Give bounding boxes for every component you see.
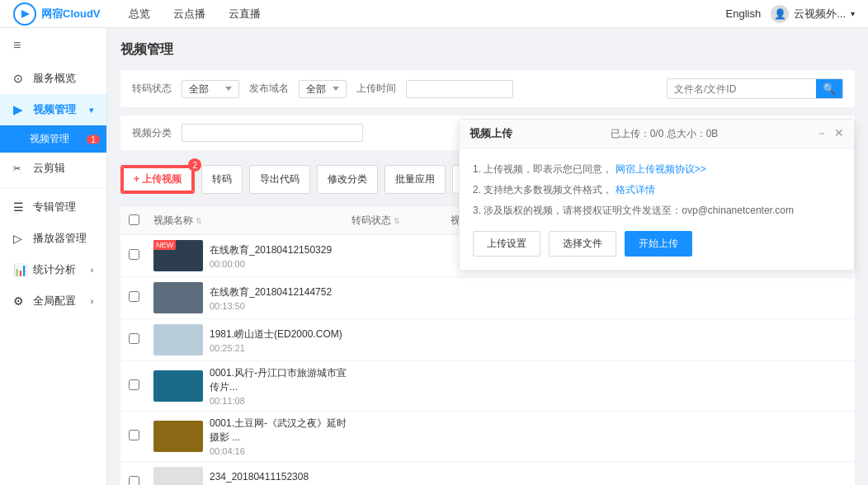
row-checkbox-1[interactable] xyxy=(129,291,139,302)
category-label: 视频分类 xyxy=(132,126,172,140)
sort-icon-status: ⇅ xyxy=(394,217,400,225)
brand-name: 网宿CloudV xyxy=(41,7,101,21)
select-all-checkbox[interactable] xyxy=(129,214,139,225)
video-title-5: 234_20180411152308 xyxy=(210,471,309,483)
start-upload-button[interactable]: 开始上传 xyxy=(625,231,692,257)
sidebar-sub-label: 视频管理 xyxy=(30,133,69,144)
language-selector[interactable]: English xyxy=(726,7,762,20)
chevron-icon-stats: › xyxy=(91,266,93,275)
sidebar-item-global-config[interactable]: ⚙ 全局配置 › xyxy=(0,285,106,317)
sidebar-item-player[interactable]: ▷ 播放器管理 xyxy=(0,223,106,254)
page-title: 视频管理 xyxy=(120,41,855,59)
sidebar-subitem-video-manage[interactable]: 视频管理 1 xyxy=(0,125,106,153)
config-icon: ⚙ xyxy=(13,294,26,308)
video-manage-icon: ▶ xyxy=(13,103,26,116)
sidebar-label-player: 播放器管理 xyxy=(33,231,87,246)
nav-overview[interactable]: 总览 xyxy=(125,7,153,21)
top-nav-right: English 👤 云视频外... ▾ xyxy=(726,5,855,23)
chevron-down-icon: ▾ xyxy=(851,9,855,18)
upload-panel-header: 视频上传 已上传：0/0 总大小：0B － ✕ xyxy=(460,120,854,148)
row-check-2 xyxy=(129,333,153,346)
nav-vod[interactable]: 云点播 xyxy=(170,7,209,21)
username: 云视频外... xyxy=(794,7,846,21)
video-title-3: 0001.风行-丹江口市旅游城市宣传片... xyxy=(210,366,351,394)
upload-panel-controls: － ✕ xyxy=(816,126,844,141)
content-area: 视频管理 转码状态 全部 转码中 已完成 失败 发布域名 全部 上传时间 🔍 视… xyxy=(107,28,868,485)
time-input[interactable] xyxy=(406,80,513,98)
batch-apply-button[interactable]: 批量应用 xyxy=(384,165,446,194)
user-info[interactable]: 👤 云视频外... ▾ xyxy=(771,5,855,23)
row-checkbox-3[interactable] xyxy=(129,379,139,390)
search-button[interactable]: 🔍 xyxy=(816,79,842,98)
row-name-0: NEW 在线教育_20180412150329 00:00:00 xyxy=(153,240,351,271)
table-row: 234_20180411152308 00:00:56 xyxy=(120,462,855,485)
player-icon: ▷ xyxy=(13,232,26,245)
row-checkbox-2[interactable] xyxy=(129,333,139,344)
notice-2-link[interactable]: 格式详情 xyxy=(616,184,655,195)
row-checkbox-5[interactable] xyxy=(129,476,139,485)
notice-1-link[interactable]: 网宿上传视频协议>> xyxy=(616,163,706,175)
nav-live[interactable]: 云直播 xyxy=(225,7,264,21)
nav-links: 总览 云点播 云直播 xyxy=(125,7,264,21)
close-panel-button[interactable]: ✕ xyxy=(834,126,844,141)
video-title-1: 在线教育_20180412144752 xyxy=(210,285,332,299)
search-box: 🔍 xyxy=(667,78,843,99)
notice-1: 1. 上传视频，即表示您已同意， 网宿上传视频协议>> xyxy=(473,162,841,177)
hamburger-icon[interactable]: ≡ xyxy=(0,28,106,63)
step-badge-2: 2 xyxy=(188,158,201,172)
sidebar-label-video: 视频管理 xyxy=(33,102,76,117)
row-check-1 xyxy=(129,291,153,304)
top-nav: 网宿CloudV 总览 云点播 云直播 English 👤 云视频外... ▾ xyxy=(0,0,868,28)
header-check xyxy=(129,214,153,228)
upload-notices: 1. 上传视频，即表示您已同意， 网宿上传视频协议>> 2. 支持绝大多数视频文… xyxy=(473,162,841,219)
publish-label: 发布域名 xyxy=(249,82,289,96)
row-name-2: 1981.崂山道士(ED2000.COM) 00:25:21 xyxy=(153,324,351,356)
row-checkbox-0[interactable] xyxy=(129,249,139,260)
table-row: 在线教育_20180412144752 00:13:50 xyxy=(120,277,855,319)
chevron-icon-config: › xyxy=(91,297,93,306)
minimize-button[interactable]: － xyxy=(816,126,828,141)
video-thumb-0: NEW xyxy=(153,240,203,271)
video-thumb-3 xyxy=(153,370,203,402)
edit-category-button[interactable]: 修改分类 xyxy=(317,165,378,194)
header-video-name[interactable]: 视频名称 ⇅ xyxy=(153,214,351,228)
row-checkbox-4[interactable] xyxy=(129,430,139,440)
video-thumb-4 xyxy=(153,421,203,452)
sidebar-item-cloud-edit[interactable]: ✂ 云剪辑 xyxy=(0,153,106,184)
logo-area: 网宿CloudV xyxy=(13,2,101,26)
logo-icon xyxy=(13,2,36,26)
export-code-button[interactable]: 导出代码 xyxy=(249,165,310,194)
row-check-3 xyxy=(129,379,153,393)
video-info-3: 0001.风行-丹江口市旅游城市宣传片... 00:11:08 xyxy=(210,366,351,406)
header-encode-status[interactable]: 转码状态 ⇅ xyxy=(351,214,451,228)
upload-panel: 视频上传 已上传：0/0 总大小：0B － ✕ 1. 上传视频，即表示您已同意，… xyxy=(459,119,855,271)
publish-domain-select[interactable]: 全部 xyxy=(299,80,347,98)
sidebar-label-config: 全局配置 xyxy=(33,294,76,308)
search-input[interactable] xyxy=(668,81,816,97)
encode-label: 转码状态 xyxy=(132,82,172,96)
category-input[interactable] xyxy=(182,124,363,142)
sidebar-label-cloud-edit: 云剪辑 xyxy=(33,161,65,176)
upload-video-button[interactable]: + 上传视频 xyxy=(122,167,193,192)
row-name-5: 234_20180411152308 00:00:56 xyxy=(153,467,351,485)
video-info-5: 234_20180411152308 00:00:56 xyxy=(210,471,309,485)
upload-settings-button[interactable]: 上传设置 xyxy=(473,231,540,257)
transcode-button[interactable]: 转码 xyxy=(201,165,243,194)
user-avatar: 👤 xyxy=(771,5,789,23)
sidebar-item-service-overview[interactable]: ⊙ 服务概览 xyxy=(0,63,106,94)
sidebar-item-video-manage[interactable]: ▶ 视频管理 ▾ xyxy=(0,94,106,125)
choose-file-button[interactable]: 选择文件 xyxy=(549,231,616,257)
sidebar-item-album[interactable]: ☰ 专辑管理 xyxy=(0,191,106,223)
row-check-4 xyxy=(129,430,153,443)
video-info-2: 1981.崂山道士(ED2000.COM) 00:25:21 xyxy=(210,327,342,353)
sidebar: ≡ ⊙ 服务概览 ▶ 视频管理 ▾ 视频管理 1 ✂ 云剪辑 ☰ 专辑管理 ▷ … xyxy=(0,28,107,485)
cloud-edit-icon: ✂ xyxy=(13,163,26,174)
main-layout: ≡ ⊙ 服务概览 ▶ 视频管理 ▾ 视频管理 1 ✂ 云剪辑 ☰ 专辑管理 ▷ … xyxy=(0,28,868,485)
chevron-icon-video: ▾ xyxy=(89,106,93,115)
encode-status-select[interactable]: 全部 转码中 已完成 失败 xyxy=(182,80,239,98)
video-duration-1: 00:13:50 xyxy=(210,301,332,311)
sidebar-item-stats[interactable]: 📊 统计分析 › xyxy=(0,254,106,285)
video-thumb-5 xyxy=(153,467,203,485)
video-info-1: 在线教育_20180412144752 00:13:50 xyxy=(210,285,332,311)
notice-3: 3. 涉及版权的视频，请将授权证明文件发送至：ovp@chinanetcente… xyxy=(473,203,841,219)
